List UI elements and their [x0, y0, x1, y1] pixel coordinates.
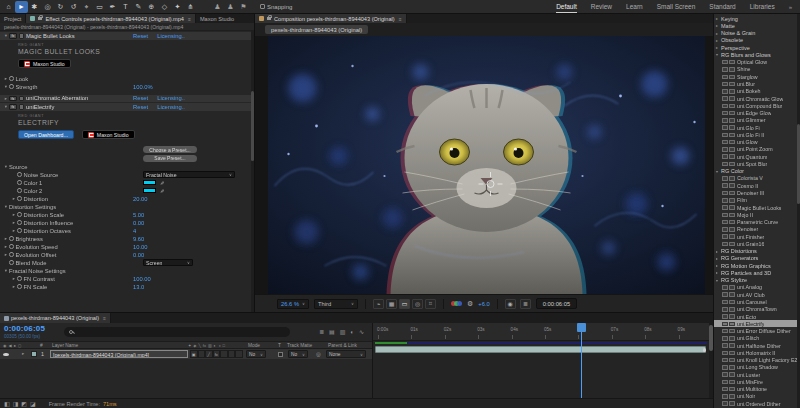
color-management-gear-icon[interactable]: ⚙	[467, 300, 473, 308]
reset-link[interactable]: Reset	[133, 95, 148, 101]
snapping-control[interactable]: Snapping	[260, 4, 292, 10]
stopwatch-icon[interactable]	[17, 284, 22, 289]
fx-enable-icon[interactable]: fx	[9, 33, 17, 39]
fx-item-uni-spot-blur[interactable]: uni.Spot Blur	[714, 160, 797, 167]
stopwatch-icon[interactable]	[9, 260, 14, 265]
licensing-link[interactable]: Licensing..	[157, 95, 185, 101]
fx-item-uni-ecto[interactable]: uni.Ecto	[714, 313, 797, 320]
fx-enable-icon[interactable]: fx	[9, 104, 17, 110]
fx-item-uni-finisher[interactable]: uni.Finisher	[714, 233, 797, 240]
fx-item-uni-halftone-dither[interactable]: uni.Halftone Dither	[714, 342, 797, 349]
open-dashboard-button[interactable]: Open Dashboard...	[18, 130, 74, 139]
param-value[interactable]: 4	[133, 228, 136, 234]
layer-switch-cell-1[interactable]	[198, 350, 206, 358]
hand-tool-icon[interactable]: ✱	[28, 1, 41, 13]
eyedropper-icon[interactable]: ✎	[160, 180, 164, 186]
stopwatch-icon[interactable]	[9, 76, 14, 81]
motion-blur-icon[interactable]: ◐	[350, 328, 354, 336]
noise-source-dropdown[interactable]: Fractal Noise∨	[143, 171, 235, 178]
graph-editor-icon[interactable]: ∿	[359, 328, 364, 336]
workspace-default[interactable]: Default	[556, 3, 577, 10]
fx-item-uni-glo-fi[interactable]: uni.Glo Fi	[714, 124, 797, 131]
stopwatch-icon[interactable]	[17, 212, 22, 217]
fx-item-uni-ordered-dither[interactable]: uni.Ordered Dither	[714, 400, 797, 407]
param-brightness[interactable]: ▸Brightness9.60	[0, 235, 251, 243]
fx-item-uni-noir[interactable]: uni.Noir	[714, 393, 797, 400]
fx-item-colorista-v[interactable]: Colorista V	[714, 175, 797, 182]
fx-group-keying[interactable]: ▸Keying	[714, 15, 797, 22]
fx-group-perspective[interactable]: ▸Perspective	[714, 44, 797, 51]
clone-stamp-tool-icon[interactable]: ⊕	[145, 1, 158, 13]
rotation-tool-icon[interactable]: ↺	[67, 1, 80, 13]
tab-maxon-studio[interactable]: Maxon Studio	[196, 14, 238, 23]
maxon-studio-button[interactable]: Maxon Studio	[18, 59, 71, 68]
licensing-link[interactable]: Licensing..	[157, 33, 185, 39]
param-value[interactable]: 0.00	[133, 220, 144, 226]
param-value[interactable]: 20.00	[133, 196, 148, 202]
fx-group-rg-particles-and-3d[interactable]: ▸RG Particles and 3D	[714, 269, 797, 276]
fx-item-shine[interactable]: Shine	[714, 66, 797, 73]
exposure-value[interactable]: +6.0	[478, 301, 489, 307]
param-color-2[interactable]: Color 2✎	[0, 187, 251, 195]
tab-timeline-comp[interactable]: pexels-thirdman-8944043 (Original) ≡	[0, 313, 111, 323]
param-distortion-scale[interactable]: ▸Distortion Scale5.00	[0, 211, 251, 219]
fx-item-uni-glow[interactable]: uni.Glow	[714, 139, 797, 146]
group-fractal-noise-settings[interactable]: ▾Fractal Noise Settings	[0, 267, 251, 275]
stopwatch-icon[interactable]	[17, 220, 22, 225]
fx-item-uni-electrify[interactable]: uni.Electrify	[714, 320, 797, 327]
fx-item-uni-av-club[interactable]: uni.AV Club	[714, 291, 797, 298]
stopwatch-icon[interactable]	[9, 84, 14, 89]
fx-item-uni-edge-glow[interactable]: uni.Edge Glow	[714, 109, 797, 116]
pickwhip-icon[interactable]: ◎	[316, 351, 321, 357]
rectangle-tool-icon[interactable]: ▭	[93, 1, 106, 13]
fast-previews-icon[interactable]: ⌁	[373, 299, 384, 309]
fx-item-uni-misfire[interactable]: uni.MisFire	[714, 378, 797, 385]
mask-visibility-icon[interactable]: ◎	[412, 299, 423, 309]
fx-item-uni-point-zoom[interactable]: uni.Point Zoom	[714, 146, 797, 153]
stopwatch-icon[interactable]	[17, 172, 22, 177]
panel-menu-icon[interactable]: ≡	[103, 315, 106, 321]
layer-twirl-icon[interactable]: ▸	[22, 351, 24, 356]
layer-switch-cell-2[interactable]: ╱	[205, 350, 213, 358]
fx-item-uni-multitone[interactable]: uni.Multitone	[714, 386, 797, 393]
param-strength[interactable]: ▾Strength100.0%	[0, 83, 251, 91]
fx-enable-icon[interactable]: fx	[9, 96, 17, 102]
layer-color-label[interactable]	[31, 351, 37, 357]
stopwatch-icon[interactable]	[17, 276, 22, 281]
resolution-dropdown[interactable]: Third∨	[314, 299, 358, 309]
effect-header-unielectrify[interactable]: ▾fxuniElectrifyResetLicensing..	[0, 102, 251, 111]
fx-item-denoiser-iii[interactable]: Denoiser III	[714, 189, 797, 196]
group-distortion-settings[interactable]: ▾Distortion Settings	[0, 203, 251, 211]
param-noise-source[interactable]: Noise SourceFractal Noise∨	[0, 171, 251, 179]
tab-composition[interactable]: Composition pexels-thirdman-8944043 (Ori…	[255, 14, 407, 23]
fx-item-uni-analog[interactable]: uni.Analog	[714, 284, 797, 291]
stopwatch-icon[interactable]	[17, 180, 22, 185]
timeline-track-area[interactable]: 0:00s01s02s03s04s05s06s07s08s09s	[372, 323, 709, 398]
fx-item-magic-bullet-looks[interactable]: Magic Bullet Looks	[714, 204, 797, 211]
param-color-1[interactable]: Color 1✎	[0, 179, 251, 187]
current-time-display[interactable]: 0:00:06:05	[4, 324, 45, 333]
param-look[interactable]: ▸Look	[0, 75, 251, 83]
workspace-learn[interactable]: Learn	[626, 3, 643, 10]
fx-item-uni-knoll-light-factory-ez[interactable]: uni.Knoll Light Factory EZ	[714, 356, 797, 363]
fx-item-mojo-ii[interactable]: Mojo II	[714, 211, 797, 218]
column-layer-name[interactable]: Layer Name	[52, 343, 78, 348]
stopwatch-icon[interactable]	[9, 244, 14, 249]
fx-item-uni-grain16[interactable]: uni.Grain16	[714, 240, 797, 247]
panel-menu-icon[interactable]: ≡	[399, 16, 402, 22]
layer-row[interactable]: ▸ 1 [pexels-thirdman-8944043 (Original).…	[0, 349, 372, 359]
zoom-tool-icon[interactable]: ◎	[41, 1, 54, 13]
layer-name[interactable]: [pexels-thirdman-8944043 (Original).mp4]	[50, 350, 188, 358]
layer-duration-bar[interactable]	[375, 346, 706, 353]
column-parent-link[interactable]: Parent & Link	[328, 343, 357, 348]
fx-item-uni-carousel[interactable]: uni.Carousel	[714, 298, 797, 305]
brush-tool-icon[interactable]: ✎	[132, 1, 145, 13]
param-distortion-influence[interactable]: ▸Distortion Influence0.00	[0, 219, 251, 227]
fx-item-uni-error-diffuse-dither[interactable]: uni.Error Diffuse Dither	[714, 327, 797, 334]
param-evolution-offset[interactable]: ▸Evolution Offset0.00	[0, 251, 251, 259]
video-eye-icon[interactable]	[3, 353, 9, 357]
channel-icon[interactable]	[451, 300, 462, 308]
time-ruler[interactable]: 0:00s01s02s03s04s05s06s07s08s09s	[373, 323, 709, 341]
fx-item-film[interactable]: Film	[714, 197, 797, 204]
param-distortion-octaves[interactable]: ▸Distortion Octaves4	[0, 227, 251, 235]
